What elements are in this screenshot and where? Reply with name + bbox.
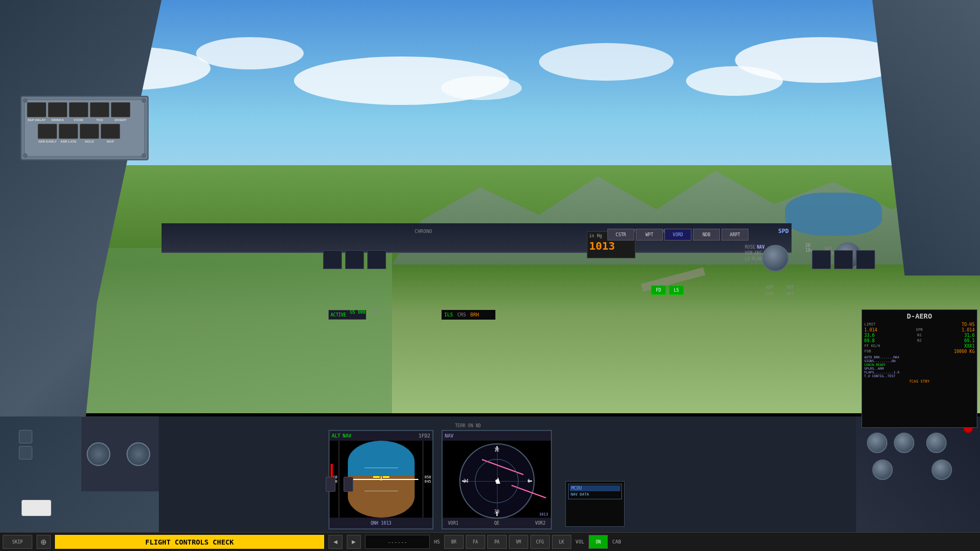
right-knob-1[interactable] [867,433,887,453]
br-btn[interactable]: BR [444,535,464,549]
ndb-btn[interactable]: NDB [693,229,720,241]
brake-handle[interactable] [22,500,51,516]
vor-label: VOR [745,251,752,256]
br-buttons-group: BR FA PA VM CFG LK [444,535,571,549]
right-knob-5[interactable] [932,460,952,480]
nav-range-knob[interactable] [762,245,789,272]
tcas-display: TCAS STBY [864,379,975,384]
nd-main: 12 30 24 6 1013 [443,441,551,518]
nd-mode-label: NAV [445,433,453,439]
pa-btn[interactable]: PA [487,535,507,549]
status-bar: SKIP ⊕ FLIGHT CONTROLS CHECK ◄ ► ------ … [0,532,980,551]
pitch-line-down [365,491,398,491]
fa-btn[interactable]: FA [466,535,485,549]
callsign-display: D-AERO [864,312,975,320]
arr-early-btn[interactable]: ARR EARLY [38,124,57,143]
flight-controls-message: FLIGHT CONTROLS CHECK [55,535,324,549]
epr-row: LIMIT TO-HS [864,322,975,327]
cockpit-view: DEP DELAY DRINKS FOOD TOO DIVERT [0,0,980,551]
menu-icon[interactable]: ⊕ [37,535,51,549]
status-line-1: SIGNS.........ON [864,359,975,363]
vor1-label: VOR1 [448,521,458,526]
wpt-btn[interactable]: WPT [636,229,663,241]
vor2-label: VOR2 [535,521,545,526]
glareshield-buttons [323,250,386,269]
nd-inner-ring [475,459,519,503]
vm-btn[interactable]: VM [509,535,528,549]
fd-ls-buttons: FD LS [651,285,684,295]
pfd-header: ALT NAV 1FD2 [330,431,432,441]
lk-btn[interactable]: LK [552,535,571,549]
panel-row-1: DEP DELAY DRINKS FOOD TOO DIVERT [27,102,142,122]
right-knob-3[interactable] [926,433,947,453]
center-switches [326,477,353,492]
divert-btn[interactable]: DIVERT [111,102,130,122]
right-knob-4[interactable] [872,460,893,480]
fd-button[interactable]: FD [651,285,666,295]
drinks-btn[interactable]: DRINKS [48,102,67,122]
right-knob-2[interactable] [894,433,914,453]
nd-compass: 12 30 24 6 [459,443,535,519]
fma-text: ACTIVE [331,313,346,317]
status-line-2: CABIN READY [864,363,975,366]
switch-1[interactable] [326,477,335,492]
qe-label: QE [494,521,500,526]
panel-row-2: ARR EARLY ARR LATE HOLD MAP [38,124,142,143]
food-btn[interactable]: FOOD [69,102,88,122]
mcdu-content: MCDU NAV DATA [566,482,624,503]
ls-button[interactable]: LS [669,285,684,295]
throttle-knob-1[interactable] [87,442,110,466]
rgs-btn-2[interactable] [834,250,853,269]
prev-message-btn[interactable]: ◄ [328,535,342,549]
rgs-btn-3[interactable] [856,250,875,269]
skip-button[interactable]: SKIP [3,535,32,549]
arpt-btn[interactable]: ARPT [722,229,748,241]
too-btn[interactable]: TOO [90,102,109,122]
arr-late-btn[interactable]: ARR LATE [59,124,78,143]
vord-btn[interactable]: VORD [664,229,691,241]
terr-on-nd-label: TERR ON ND [455,423,481,428]
cstr-btn[interactable]: CSTR [607,229,634,241]
ils-header: ILS CRS BRH [442,310,495,320]
pfd-mode-label: ALT [332,433,340,439]
pfd-header-info: GS 000 IAS- ---/--- [350,310,405,315]
right-glareshield-buttons [812,250,875,269]
left-panel-controls [16,427,35,462]
pfd-fd-label: 1FD2 [418,433,430,439]
fob-row: FOB 10060 KG [864,349,975,354]
dashes-display: ------ [365,535,430,549]
nd-header: NAV [443,431,551,441]
n2-row: 69.8 N2 69.1 [864,338,975,343]
hold-btn[interactable]: HOLD [80,124,99,143]
alt-tape: 050 045 [423,441,432,518]
side-panel-left [0,416,162,532]
qnh-value: 1013 [589,239,633,252]
epr-values-row: 1.014 EPR 1.014 [864,328,975,333]
throttle-knob-2[interactable] [127,442,150,466]
nd-qnh-label: 1013 [539,512,548,517]
throttle-area [81,416,170,492]
spd-label: SPD [778,228,789,235]
status-line-3: SPLRS..ARM [864,366,975,370]
status-lines: AUTO BRK.......MAX SIGNS.........ON CABI… [864,355,975,378]
hs-label: HS [434,539,440,545]
pfd-nav-label: NAV [342,433,351,439]
dep-delay-btn[interactable]: DEP DELAY [27,102,46,122]
nd-footer: VOR1 QE VOR2 [443,518,551,528]
engine-display: D-AERO LIMIT TO-HS 1.014 EPR 1.014 33.6 … [862,309,977,428]
switch-2[interactable] [344,477,353,492]
nav-mode-buttons: CSTR WPT VORD NDB ARPT [607,229,748,241]
status-line-4: FLAPS..........1.0 [864,370,975,374]
next-message-btn[interactable]: ► [347,535,361,549]
gs-btn-2[interactable] [345,250,364,269]
cab-label: CAB [612,539,621,545]
on-button[interactable]: ON [589,535,608,549]
cfg-btn[interactable]: CFG [530,535,550,549]
gs-btn-3[interactable] [367,250,386,269]
rgs-btn-1[interactable] [812,250,831,269]
gs-btn-1[interactable] [323,250,342,269]
off-labels: OFF OFF [766,292,794,296]
pfd-footer: QNH 1013 [330,518,432,528]
arc-label: ARC [754,251,762,256]
map-btn[interactable]: MAP [101,124,120,143]
